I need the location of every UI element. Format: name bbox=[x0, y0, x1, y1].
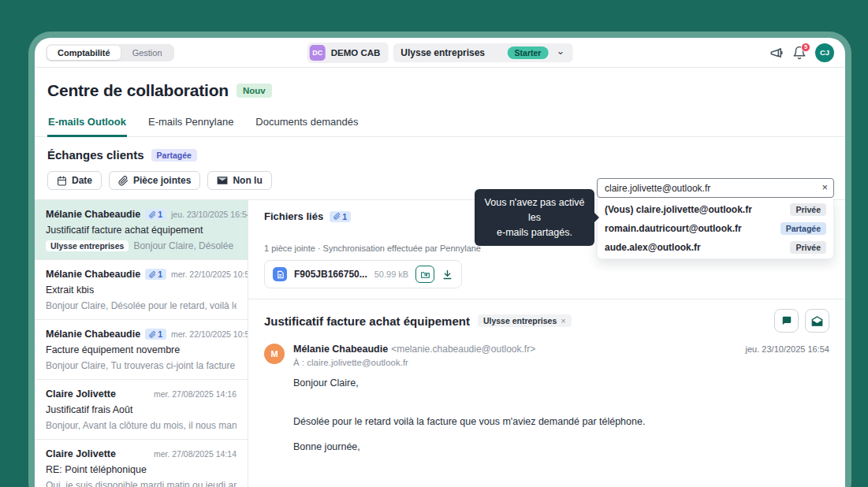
shared-emails-tooltip: Vous n'avez pas activé les e-mails parta… bbox=[475, 189, 594, 246]
privacy-badge: Privée bbox=[790, 241, 826, 254]
notifications-button[interactable]: 5 bbox=[792, 46, 807, 60]
email-date: jeu. 23/10/2025 16:54 bbox=[171, 210, 248, 219]
folder-arrow-icon bbox=[420, 270, 430, 280]
message-subject: Justificatif facture achat équipement bbox=[264, 314, 470, 328]
email-subject: Facture équipement novembre bbox=[46, 344, 237, 355]
announcements-button[interactable] bbox=[769, 46, 784, 60]
email-subject: RE: Point téléphonique bbox=[46, 464, 237, 475]
message-sender-email: <melanie.chabeaudie@outlook.fr> bbox=[391, 344, 535, 355]
paperclip-icon bbox=[118, 176, 129, 186]
exchange-section-header: Échanges clients Partagée bbox=[35, 137, 845, 162]
attachments-filter-button[interactable]: Pièce jointes bbox=[109, 171, 200, 190]
comment-button[interactable] bbox=[774, 309, 799, 333]
message-recipient: À : claire.jolivette@outlook.fr bbox=[293, 358, 829, 367]
message-body-line: Désolée pour le retard voilà la facture … bbox=[293, 415, 829, 429]
context-switchers: DC DEMO CAB Ulysse entreprises Starter ⌄ bbox=[307, 43, 573, 63]
message-body-line: Bonne journée, bbox=[293, 440, 829, 455]
paperclip-icon bbox=[149, 331, 156, 338]
app-frame: Comptabilité Gestion DC DEMO CAB Ulysse … bbox=[28, 32, 851, 487]
mailbox-dropdown: (Vous) claire.jolivette@outlook.fr Privé… bbox=[597, 199, 834, 259]
email-subject: Justificatif facture achat équipement bbox=[46, 225, 237, 236]
paperclip-icon bbox=[149, 271, 156, 278]
mailbox-search-input[interactable] bbox=[597, 178, 834, 198]
email-date: mer. 22/10/2025 10:55 bbox=[171, 329, 248, 339]
comment-icon bbox=[781, 315, 792, 326]
app-window: Comptabilité Gestion DC DEMO CAB Ulysse … bbox=[35, 38, 845, 487]
email-sender: Claire Jolivette bbox=[46, 448, 116, 459]
download-button[interactable] bbox=[441, 269, 453, 281]
tab-bar: E-mails Outlook E-mails Pennylane Docume… bbox=[35, 113, 845, 137]
cabinet-avatar: DC bbox=[310, 45, 326, 61]
cabinet-name: DEMO CAB bbox=[331, 48, 381, 58]
mailbox-option-1[interactable]: (Vous) claire.jolivette@outlook.fr Privé… bbox=[598, 200, 833, 219]
message-date: jeu. 23/10/2025 16:54 bbox=[746, 344, 829, 354]
message-body-line: Bonjour Claire, bbox=[293, 376, 829, 391]
email-sender: Mélanie Chabeaudie bbox=[46, 269, 140, 280]
sender-avatar: M bbox=[264, 344, 285, 364]
tab-documents-demandes[interactable]: Documents demandés bbox=[255, 113, 359, 136]
clear-search-icon[interactable]: × bbox=[821, 181, 828, 193]
page-title: Centre de collaboration bbox=[47, 81, 229, 100]
date-filter-button[interactable]: Date bbox=[47, 171, 102, 190]
workspace-tab-gestion[interactable]: Gestion bbox=[122, 46, 173, 60]
tab-emails-pennylane[interactable]: E-mails Pennylane bbox=[147, 113, 234, 136]
attachments-filter-label: Pièce jointes bbox=[133, 175, 191, 186]
privacy-badge: Privée bbox=[790, 203, 826, 216]
envelope-icon bbox=[217, 175, 228, 186]
attachment-chip[interactable]: F905JB166750... 50.99 kB bbox=[264, 260, 462, 288]
email-preview: Bonjour Claire, Désolée pour le retard, … bbox=[46, 300, 237, 311]
company-selector[interactable]: Ulysse entreprises Starter ⌄ bbox=[393, 43, 572, 62]
email-preview: Bonjour, Avant la clôture du mois, il no… bbox=[46, 420, 237, 431]
cabinet-selector[interactable]: DC DEMO CAB bbox=[307, 43, 389, 63]
mailbox-option-2[interactable]: romain.dautricourt@outlook.fr Partagée bbox=[598, 219, 833, 238]
link-file-button[interactable] bbox=[415, 266, 434, 283]
plan-badge: Starter bbox=[508, 46, 549, 59]
workspace-switcher: Comptabilité Gestion bbox=[46, 44, 174, 61]
notification-badge: 5 bbox=[801, 43, 810, 52]
email-list-item-5[interactable]: Claire Jolivette mer. 27/08/2025 14:14 R… bbox=[35, 440, 248, 487]
email-date: mer. 27/08/2025 14:14 bbox=[154, 449, 237, 459]
date-filter-label: Date bbox=[72, 175, 92, 186]
user-avatar[interactable]: CJ bbox=[815, 43, 834, 62]
email-date: mer. 27/08/2025 14:16 bbox=[154, 389, 237, 399]
page-header: Centre de collaboration Nouv bbox=[35, 68, 845, 100]
attachment-count-badge: 1 bbox=[145, 209, 166, 220]
message-company-tag: Ulysse entreprises × bbox=[478, 314, 572, 327]
top-bar-actions: 5 CJ bbox=[769, 43, 834, 62]
email-list-item-1[interactable]: Mélanie Chabeaudie 1 jeu. 23/10/2025 16:… bbox=[35, 200, 248, 260]
attachment-count-badge: 1 bbox=[145, 269, 166, 280]
attachment-name: F905JB166750... bbox=[294, 269, 367, 280]
email-preview: Bonjour Claire, Tu trouveras ci-joint la… bbox=[46, 360, 237, 371]
file-icon bbox=[273, 267, 287, 281]
paperclip-icon bbox=[333, 213, 341, 220]
mark-read-button[interactable] bbox=[805, 309, 829, 333]
exchange-title: Échanges clients bbox=[47, 148, 144, 162]
tab-emails-outlook[interactable]: E-mails Outlook bbox=[47, 113, 127, 137]
unread-filter-button[interactable]: Non lu bbox=[207, 171, 271, 190]
mailbox-option-3[interactable]: aude.alex@outlook.fr Privée bbox=[598, 238, 833, 257]
email-preview: Oui, je suis disponible mardi matin ou j… bbox=[46, 480, 237, 487]
email-date: mer. 22/10/2025 10:55 bbox=[171, 270, 248, 279]
attachment-size: 50.99 kB bbox=[374, 270, 408, 279]
email-preview: Bonjour Claire, Désolée pou... bbox=[133, 240, 237, 251]
calendar-icon bbox=[57, 176, 67, 186]
download-icon bbox=[441, 269, 453, 281]
message-sender-name: Mélanie Chabeaudie bbox=[293, 344, 388, 355]
email-list-item-2[interactable]: Mélanie Chabeaudie 1 mer. 22/10/2025 10:… bbox=[35, 260, 248, 320]
mailbox-search: × bbox=[597, 178, 834, 198]
email-list: Mélanie Chabeaudie 1 jeu. 23/10/2025 16:… bbox=[35, 200, 248, 487]
top-bar: Comptabilité Gestion DC DEMO CAB Ulysse … bbox=[35, 38, 845, 68]
email-company-tag: Ulysse entreprises bbox=[46, 240, 129, 251]
megaphone-icon bbox=[769, 46, 784, 60]
attachment-count-badge: 1 bbox=[330, 211, 351, 222]
email-subject: Extrait kbis bbox=[46, 284, 237, 296]
email-sender: Mélanie Chabeaudie bbox=[46, 329, 140, 340]
email-sender: Claire Jolivette bbox=[46, 388, 116, 400]
email-sender: Mélanie Chabeaudie bbox=[46, 209, 140, 220]
workspace-tab-comptabilite[interactable]: Comptabilité bbox=[47, 46, 121, 60]
remove-tag-icon[interactable]: × bbox=[561, 316, 565, 325]
email-list-item-3[interactable]: Mélanie Chabeaudie 1 mer. 22/10/2025 10:… bbox=[35, 320, 248, 380]
company-name: Ulysse entreprises bbox=[400, 47, 499, 58]
email-list-item-4[interactable]: Claire Jolivette mer. 27/08/2025 14:16 J… bbox=[35, 380, 248, 440]
privacy-badge: Partagée bbox=[780, 222, 826, 235]
